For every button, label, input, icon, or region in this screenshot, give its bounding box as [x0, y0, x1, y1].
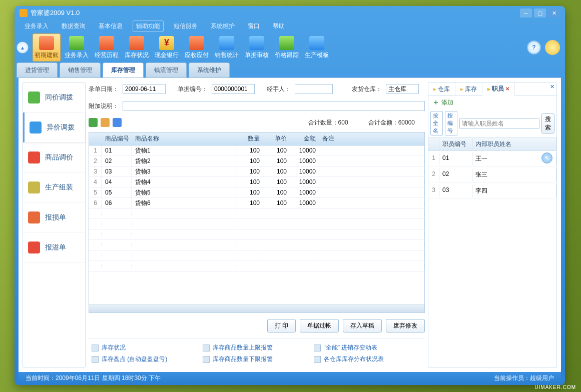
grid-header-cell[interactable]: [89, 132, 102, 145]
main-tab[interactable]: 库存管理: [103, 62, 144, 78]
grid-header-cell[interactable]: 备注: [319, 132, 424, 145]
grid-cell: 1: [89, 146, 102, 156]
main-form-area: 录单日期： 单据编号： 经手人： 发货仓库： 附加说明：: [89, 82, 425, 368]
staff-search-input[interactable]: [459, 118, 539, 128]
grid-body[interactable]: 101货物110010010000202货物210010010000303货物3…: [89, 146, 424, 304]
note-input[interactable]: [123, 101, 425, 111]
toolbar-button[interactable]: 生产模板: [303, 34, 331, 62]
sidebar-item[interactable]: 报损单: [23, 202, 85, 232]
handler-input[interactable]: [295, 84, 333, 94]
toolbar-button[interactable]: ¥现金银行: [153, 34, 181, 62]
panel-tab[interactable]: ▸库存: [455, 82, 482, 96]
tab-close-icon[interactable]: ✕: [505, 86, 509, 92]
main-tab[interactable]: 钱流管理: [146, 62, 187, 78]
staff-header-cell[interactable]: 内部职员姓名: [472, 138, 556, 150]
grid-cell: 4: [89, 176, 102, 188]
table-row[interactable]: [89, 240, 424, 250]
quick-link[interactable]: 库存商品数量下限报警: [200, 354, 311, 365]
main-tabs: 进货管理销售管理库存管理钱流管理系统维护: [15, 62, 565, 78]
hint-arrow-icon[interactable]: ↖: [541, 152, 552, 164]
panel-close-icon[interactable]: ✕: [550, 84, 554, 90]
grid-header-cell[interactable]: 单价: [263, 132, 290, 145]
sidebar-item[interactable]: 生产组装: [23, 172, 85, 202]
table-row[interactable]: 606货物610010010000: [89, 198, 424, 208]
menu-item[interactable]: 系统维护: [208, 21, 238, 32]
help-button[interactable]: ?: [527, 40, 541, 54]
panel-tab[interactable]: ▸仓库: [428, 82, 455, 96]
sidebar-item[interactable]: 商品调价: [23, 142, 85, 172]
toolbar-button[interactable]: 库存状况: [123, 34, 151, 62]
menu-item[interactable]: 短信服务: [171, 21, 201, 32]
staff-cell: 2: [428, 168, 439, 181]
quick-link[interactable]: 库存商品数量上限报警: [200, 342, 311, 354]
toolbar-button[interactable]: 销售统计: [213, 34, 241, 62]
sidebar-item[interactable]: 同价调拨: [23, 82, 85, 112]
menu-item[interactable]: 窗口: [245, 21, 263, 32]
by-name-button[interactable]: 按全名: [430, 111, 443, 136]
quick-link[interactable]: 各仓库库存分布状况表: [311, 354, 422, 365]
table-row[interactable]: [89, 208, 424, 219]
menu-item[interactable]: 业务录入: [22, 21, 52, 32]
menu-item[interactable]: 辅助功能: [133, 20, 164, 32]
close-button[interactable]: ✕: [548, 8, 560, 18]
menu-item[interactable]: 数据查询: [59, 21, 89, 32]
toolbar-button[interactable]: 价格跟踪: [273, 34, 301, 62]
print-button[interactable]: 打 印: [267, 319, 296, 332]
sidebar-item-label: 商品调价: [45, 153, 73, 162]
toolbar-button[interactable]: 应收应付: [183, 34, 211, 62]
maximize-button[interactable]: ▢: [534, 8, 546, 18]
note-label: 附加说明：: [89, 102, 119, 110]
quick-link[interactable]: 库存盘点 (自动盘盈盘亏): [89, 354, 200, 365]
warehouse-input[interactable]: [386, 84, 419, 94]
table-row[interactable]: [89, 250, 424, 261]
quick-link[interactable]: 库存状况: [89, 342, 200, 354]
grid-icon-1[interactable]: [89, 118, 98, 127]
staff-header-cell[interactable]: [428, 138, 439, 150]
main-tab[interactable]: 系统维护: [189, 62, 230, 78]
grid-icon-2[interactable]: [101, 118, 110, 127]
quick-link[interactable]: "全能" 进销存变动表: [311, 342, 422, 354]
staff-row[interactable]: 202张三: [428, 167, 556, 183]
table-row[interactable]: [89, 261, 424, 272]
minimize-button[interactable]: ─: [520, 8, 532, 18]
table-row[interactable]: [89, 219, 424, 230]
grid-cell: [319, 159, 424, 163]
menu-item[interactable]: 基本信息: [96, 21, 126, 32]
docno-input[interactable]: [212, 84, 255, 94]
by-code-button[interactable]: 按编号: [445, 111, 457, 136]
toolbar-button[interactable]: 经营历程: [93, 34, 121, 62]
grid-header-cell[interactable]: 数量: [236, 132, 263, 145]
collapse-toggle-icon[interactable]: ▲: [17, 42, 29, 54]
staff-grid-body[interactable]: 101王一202张三303李四: [428, 151, 556, 368]
grid-header-cell[interactable]: 商品编号: [102, 132, 132, 145]
staff-row[interactable]: 101王一: [428, 151, 556, 167]
staff-header-cell[interactable]: 职员编号: [439, 138, 472, 150]
feather-icon[interactable]: [545, 40, 560, 55]
grid-header-cell[interactable]: 金额: [290, 132, 319, 145]
discard-button[interactable]: 废弃修改: [386, 319, 425, 332]
person-icon[interactable]: [113, 118, 122, 127]
main-tab[interactable]: 进货管理: [17, 62, 58, 78]
staff-row[interactable]: 303李四: [428, 183, 556, 199]
panel-tab[interactable]: ▸职员 ✕: [482, 82, 515, 96]
sidebar-item[interactable]: 报溢单: [23, 232, 85, 262]
date-input[interactable]: [123, 84, 166, 94]
add-button[interactable]: ＋添加: [428, 96, 556, 109]
toolbar-icon: [39, 36, 54, 50]
titlebar[interactable]: 管家婆2009 V1.0 ─ ▢ ✕: [15, 6, 565, 20]
post-button[interactable]: 单据过帐: [300, 319, 339, 332]
toolbar-button[interactable]: 初期建账: [33, 34, 61, 62]
table-row[interactable]: [89, 230, 424, 240]
sidebar-item[interactable]: 异价调拨: [23, 112, 85, 142]
window-title: 管家婆2009 V1.0: [31, 8, 80, 18]
draft-button[interactable]: 存入草稿: [343, 319, 382, 332]
toolbar-button[interactable]: 业务录入: [63, 34, 91, 62]
grid-header-cell[interactable]: 商品名称: [132, 132, 236, 145]
grid-cell: [319, 170, 424, 174]
search-button[interactable]: 搜索: [541, 114, 554, 134]
main-tab[interactable]: 销售管理: [60, 62, 101, 78]
toolbar-button[interactable]: 单据审核: [243, 34, 271, 62]
toolbar-label: 业务录入: [65, 51, 89, 60]
menu-item[interactable]: 帮助: [270, 21, 288, 32]
grid-scrollbar[interactable]: [89, 304, 424, 312]
